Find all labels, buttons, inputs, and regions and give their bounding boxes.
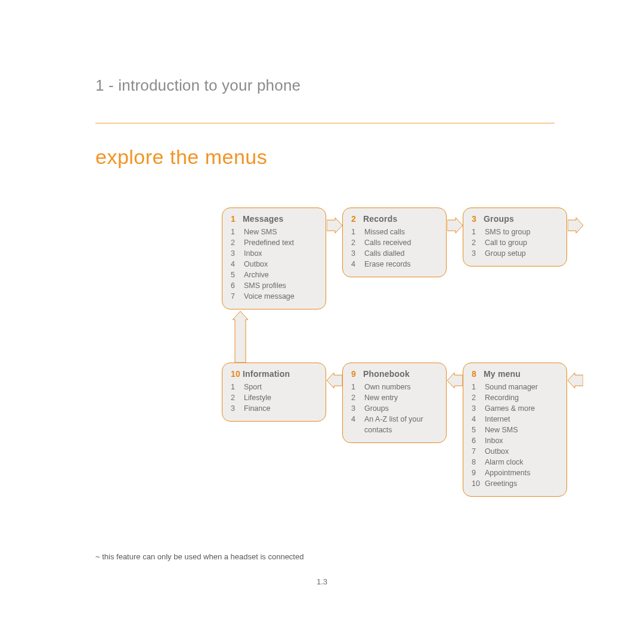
menu-title: 10Information [231,369,317,379]
menu-item: 4Internet [472,414,558,425]
menu-item: 9Appointments [472,467,558,478]
menu-item: 1Own numbers [351,382,438,392]
menu-item: 1Missed calls [351,227,438,237]
menu-items: 1Sound manager2Recording3Games & more4In… [472,382,558,489]
menu-items: 1SMS to group2Call to group3Group setup [472,227,558,259]
arrow-left-icon [447,373,463,388]
menu-item: 2Predefined text [231,237,317,248]
section-heading: explore the menus [95,145,267,169]
divider [95,123,555,123]
menu-item: 4Erase records [351,259,438,270]
arrow-right-icon [447,218,463,233]
menu-item: 1Sport [231,382,317,392]
menu-item: 4An A-Z list of your contacts [351,414,438,435]
menu-box-information: 10Information 1Sport2Lifestyle3Finance [222,363,326,422]
menu-item: 8Alarm clock [472,457,558,467]
menu-item: 6Inbox [472,435,558,446]
menu-items: 1Sport2Lifestyle3Finance [231,382,317,414]
menu-item: 7Outbox [472,446,558,457]
menu-box-records: 2Records 1Missed calls2Calls received3Ca… [342,208,447,277]
page-number: 1.3 [0,577,644,586]
arrow-up-icon [233,311,248,363]
menu-item: 2Calls received [351,237,438,248]
menu-item: 1SMS to group [472,227,558,237]
arrow-left-icon [568,373,583,388]
menu-box-messages: 1Messages 1New SMS2Predefined text3Inbox… [222,208,326,309]
menu-box-mymenu: 8My menu 1Sound manager2Recording3Games … [463,363,567,497]
menu-items: 1Own numbers2New entry3Groups4An A-Z lis… [351,382,438,435]
menu-item: 2Lifestyle [231,392,317,403]
menu-item: 5Archive [231,270,317,280]
arrow-right-icon [568,218,583,233]
menu-item: 3Games & more [472,403,558,414]
menu-item: 3Calls dialled [351,248,438,259]
menu-box-phonebook: 9Phonebook 1Own numbers2New entry3Groups… [342,363,447,443]
arrow-right-icon [327,218,342,233]
menu-title: 9Phonebook [351,369,438,379]
menu-item: 4Outbox [231,259,317,270]
menu-title: 2Records [351,214,438,224]
arrow-left-icon [327,373,342,388]
menu-title: 3Groups [472,214,558,224]
menu-item: 3Inbox [231,248,317,259]
footnote: ~ this feature can only be used when a h… [95,552,304,561]
menu-item: 1Sound manager [472,382,558,392]
menu-item: 3Group setup [472,248,558,259]
menu-items: 1Missed calls2Calls received3Calls diall… [351,227,438,270]
menu-item: 2New entry [351,392,438,403]
menu-item: 7Voice message [231,291,317,302]
menu-item: 6SMS profiles [231,280,317,291]
menu-title: 8My menu [472,369,558,379]
menu-item: 1New SMS [231,227,317,237]
menu-item: 3Groups [351,403,438,414]
menu-item: 3Finance [231,403,317,414]
chapter-heading: 1 - introduction to your phone [95,76,301,95]
menu-title: 1Messages [231,214,317,224]
manual-page: 1 - introduction to your phone explore t… [0,0,644,644]
menu-item: 5New SMS [472,425,558,435]
menu-item: 2Recording [472,392,558,403]
menu-item: 2Call to group [472,237,558,248]
menu-items: 1New SMS2Predefined text3Inbox4Outbox5Ar… [231,227,317,302]
menu-box-groups: 3Groups 1SMS to group2Call to group3Grou… [463,208,567,267]
menu-item: 10Greetings [472,478,558,489]
